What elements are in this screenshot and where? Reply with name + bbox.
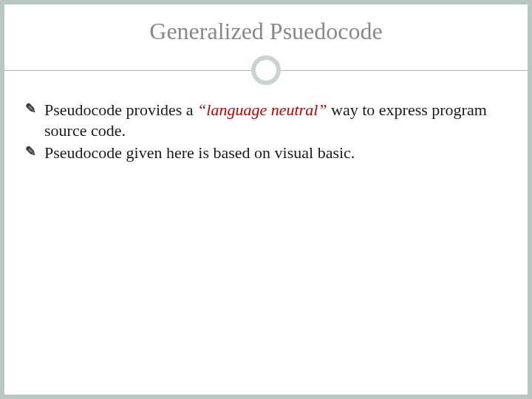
bullet-text-pre: Pseudocode given here is based on visual… — [44, 143, 355, 162]
bullet-icon: ✎ — [25, 145, 36, 158]
ring-decoration-icon — [251, 55, 281, 85]
slide-title: Generalized Psuedocode — [4, 18, 528, 55]
bullet-text-pre: Pseudocode provides a — [44, 100, 197, 119]
content-area: ✎ Pseudocode provides a “language neutra… — [4, 85, 528, 163]
slide: Generalized Psuedocode ✎ Pseudocode prov… — [0, 0, 532, 399]
title-area: Generalized Psuedocode — [4, 4, 528, 55]
bullet-icon: ✎ — [25, 102, 36, 115]
list-item: ✎ Pseudocode given here is based on visu… — [25, 143, 507, 163]
bullet-text-emph: “language neutral” — [197, 100, 331, 119]
title-separator — [4, 55, 528, 85]
list-item: ✎ Pseudocode provides a “language neutra… — [25, 100, 507, 141]
